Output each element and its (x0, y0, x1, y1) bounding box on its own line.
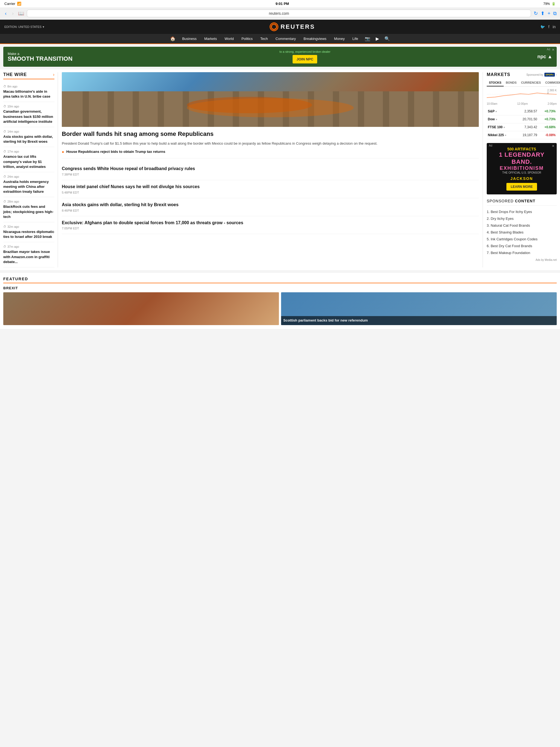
nav-tech[interactable]: Tech (259, 34, 269, 44)
nav-commentary[interactable]: Commentary (275, 34, 297, 44)
wire-item: ⏱ 17m ago Aramco tax cut lifts company's… (3, 147, 54, 172)
wire-headline[interactable]: Australia holds emergency meeting with C… (3, 179, 54, 195)
market-row-dow: Dow » 20,701.50 +0.73% (487, 115, 557, 123)
edition-selector[interactable]: EDITION: UNITED STATES ▾ (4, 25, 44, 29)
wire-time: ⏱ 24m ago (3, 175, 54, 178)
featured-category: BREXIT (3, 286, 557, 290)
battery-label: 79% (543, 2, 550, 6)
linkedin-icon[interactable]: in (553, 25, 556, 29)
battery-icon: 🔋 (552, 2, 556, 6)
reload-button[interactable]: ↻ (534, 10, 538, 17)
address-bar[interactable]: reuters.com (27, 9, 531, 17)
back-button[interactable]: ‹ (3, 10, 8, 17)
ads-by-label: Ads by Media.net (487, 258, 557, 261)
search-icon[interactable]: 🔍 (384, 36, 390, 41)
wire-headline[interactable]: BlackRock cuts fees and jobs; stockpicki… (3, 204, 54, 219)
wire-more-arrow[interactable]: › (53, 72, 54, 77)
nav-politics[interactable]: Politics (240, 34, 254, 44)
markets-title: MARKETS (487, 72, 510, 77)
edition-chevron: ▾ (43, 25, 44, 29)
market-name-sp[interactable]: S&P » (487, 107, 515, 115)
nav-business[interactable]: Business (181, 34, 198, 44)
share-button[interactable]: ⬆ (541, 10, 545, 17)
svg-rect-12 (133, 91, 139, 127)
ad-close-button[interactable]: ✕ (552, 48, 555, 52)
ad-banner: Make a SMOOTH TRANSITION to a strong, ex… (3, 47, 557, 67)
featured-image-1[interactable] (3, 292, 279, 325)
svg-point-8 (272, 28, 273, 29)
main-article-summary: President Donald Trump's call for $1.5 b… (62, 141, 479, 146)
nav-markets[interactable]: Markets (203, 34, 218, 44)
featured-image-2[interactable]: Scottish parliament backs bid for new re… (281, 292, 557, 325)
video-icon[interactable]: ▶ (376, 36, 379, 41)
article-headline[interactable]: Asia stocks gains with dollar, sterling … (62, 202, 479, 208)
markets-more-arrow[interactable]: › (556, 73, 557, 76)
sponsored-item-1[interactable]: 1. Best Drops For Itchy Eyes (487, 208, 557, 215)
sponsored-item-5[interactable]: 5. Ink Cartridges Coupon Codes (487, 236, 557, 242)
new-tab-button[interactable]: + (548, 11, 551, 17)
markets-tabs: STOCKS BONDS CURRENCIES COMMODITIES (487, 79, 557, 87)
wire-title: THE WIRE (3, 72, 27, 77)
sponsored-item-2[interactable]: 2. Dry Itchy Eyes (487, 215, 557, 222)
wire-item: ⏱ 37m ago Brazilian mayor takes issue wi… (3, 242, 54, 267)
wire-headline[interactable]: Asia stocks gains with dollar, sterling … (3, 134, 54, 144)
markets-sponsored: Sponsored by SPDRs › (526, 73, 557, 77)
ad-learn-more-button[interactable]: LEARN MORE (506, 183, 537, 190)
article-item: Exclusive: Afghans plan to double specia… (62, 216, 479, 234)
nav-money[interactable]: Money (333, 34, 346, 44)
sponsored-item-6[interactable]: 6. Best Dry Cat Food Brands (487, 242, 557, 249)
sponsored-item-3[interactable]: 3. Natural Cat Food Brands (487, 222, 557, 229)
tab-commodities[interactable]: COMMODITIES (543, 79, 560, 86)
market-name-ftse[interactable]: FTSE 100 » (487, 123, 515, 131)
bookmark-button[interactable]: 📖 (18, 10, 24, 17)
nav-world[interactable]: World (223, 34, 235, 44)
tab-bonds[interactable]: BONDS (504, 79, 519, 86)
sponsored-item-4[interactable]: 4. Best Shaving Blades (487, 229, 557, 236)
article-headline[interactable]: Congress sends White House repeal of bro… (62, 166, 479, 172)
wire-headline[interactable]: Brazilian mayor takes issue with Amazon.… (3, 249, 54, 264)
facebook-icon[interactable]: f (548, 25, 549, 29)
center-section: Border wall funds hit snag among some Re… (58, 72, 483, 267)
wire-headline[interactable]: Macau billionaire's aide in plea talks i… (3, 89, 54, 99)
wire-headline[interactable]: Canadian government, businesses back $15… (3, 109, 54, 124)
market-row-nikkei: Nikkei 225 » 19,187.79 -0.08% (487, 131, 557, 139)
markets-header: MARKETS Sponsored by SPDRs › (487, 72, 557, 77)
wire-headline[interactable]: Aramco tax cut lifts company's value by … (3, 154, 54, 169)
svg-point-27 (187, 98, 354, 117)
sponsored-list: 1. Best Drops For Itchy Eyes 2. Dry Itch… (487, 208, 557, 256)
market-name-dow[interactable]: Dow » (487, 115, 515, 123)
wire-item: ⏱ 28m ago BlackRock cuts fees and jobs; … (3, 197, 54, 222)
forward-button[interactable]: › (10, 10, 15, 17)
related-link-text[interactable]: House Republicans reject bids to obtain … (66, 149, 165, 154)
wire-headline[interactable]: Nicaragua restores diplomatic ties to Is… (3, 229, 54, 239)
status-time: 9:01 PM (276, 2, 289, 6)
chart-line (487, 89, 557, 100)
browser-actions: ↻ ⬆ + ⧉ (534, 10, 557, 17)
ad-box-band-text: 1 LEGENDARY BAND. (490, 151, 553, 165)
related-link[interactable]: ● House Republicans reject bids to obtai… (62, 149, 479, 158)
article-headline[interactable]: House intel panel chief Nunes says he wi… (62, 184, 479, 190)
main-content: THE WIRE › ⏱ 8m ago Macau billionaire's … (0, 70, 560, 270)
home-icon[interactable]: 🏠 (170, 36, 176, 41)
ad-box-close[interactable]: ✕ (552, 144, 555, 148)
market-name-nikkei[interactable]: Nikkei 225 » (487, 131, 515, 139)
article-item: House intel panel chief Nunes says he wi… (62, 180, 479, 198)
tabs-button[interactable]: ⧉ (553, 11, 557, 17)
logo-circle-icon (270, 22, 278, 31)
reuters-dot-icon (271, 23, 278, 30)
reuters-logo[interactable]: REUTERS (270, 22, 315, 31)
camera-icon[interactable]: 📷 (365, 36, 370, 41)
article-headline[interactable]: Exclusive: Afghans plan to double specia… (62, 220, 479, 226)
sponsored-item-7[interactable]: 7. Best Makeup Foundation (487, 249, 557, 256)
nav-life[interactable]: Life (351, 34, 359, 44)
featured-images: Scottish parliament backs bid for new re… (3, 292, 557, 325)
tab-currencies[interactable]: CURRENCIES (519, 79, 543, 86)
nav-breakingviews[interactable]: Breakingviews (302, 34, 328, 44)
chart-label-1: 12:00pm (517, 102, 528, 105)
reuters-header: EDITION: UNITED STATES ▾ REUTERS 🐦 f in (0, 20, 560, 34)
svg-rect-13 (158, 91, 164, 127)
twitter-icon[interactable]: 🐦 (540, 25, 545, 29)
tab-stocks[interactable]: STOCKS (487, 79, 504, 86)
ad-join-button[interactable]: JOIN NPC (292, 55, 317, 63)
main-article-headline[interactable]: Border wall funds hit snag among some Re… (62, 130, 479, 138)
